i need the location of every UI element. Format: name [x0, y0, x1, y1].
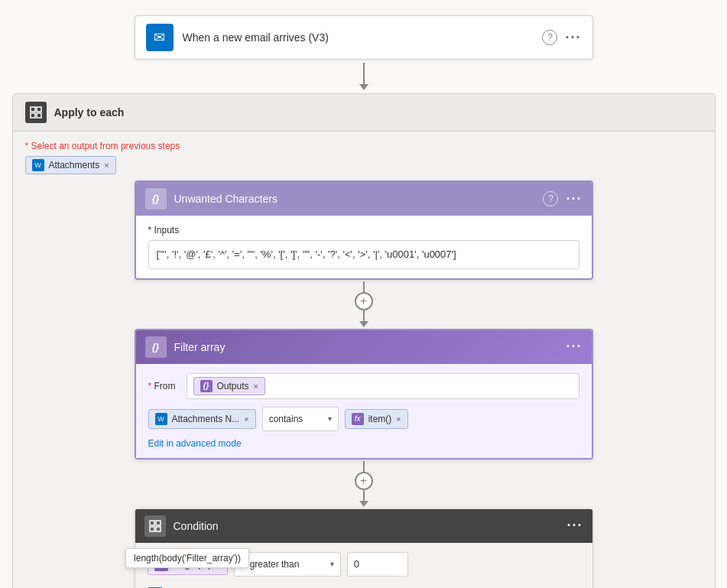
- canvas: ✉ When a new email arrives (V3) ? ··· Ap…: [0, 0, 727, 588]
- filter-array-header: {} Filter array ···: [136, 330, 592, 364]
- condition-row-items: fx length(...) × length(body('Filter_arr…: [148, 552, 580, 577]
- unwanted-characters-help[interactable]: ?: [543, 191, 558, 206]
- condition-more[interactable]: ···: [566, 518, 583, 534]
- svg-rect-4: [150, 521, 154, 525]
- condition-title: Condition: [174, 520, 560, 532]
- trigger-title: When a new email arrives (V3): [183, 31, 543, 44]
- operator-label: is greater than: [241, 559, 300, 570]
- apply-each-container: Apply to each * Select an output from pr…: [12, 93, 716, 588]
- apply-each-title: Apply to each: [54, 106, 125, 119]
- plus-connector-line-bottom: [363, 310, 365, 321]
- item-chip-icon: fx: [352, 413, 364, 425]
- inputs-value[interactable]: ['"', '!', '@', '£', '^', '=', '"', '%',…: [148, 240, 579, 269]
- filter-array-body: * From {} Outputs × W: [136, 364, 592, 458]
- connector-1: [359, 63, 368, 90]
- trigger-help-icon[interactable]: ?: [542, 30, 557, 45]
- attachments-n-chip[interactable]: W Attachments N... ×: [148, 409, 256, 429]
- unwanted-characters-card: {} Unwanted Characters ? ··· * Inputs ['…: [135, 180, 593, 280]
- contains-dropdown[interactable]: contains ▾: [262, 407, 339, 431]
- condition-header-icon: [144, 515, 166, 537]
- filter-array-card: {} Filter array ··· * From {} Outputs: [135, 329, 593, 460]
- operator-chevron: ▾: [330, 560, 334, 568]
- plus-connector-2[interactable]: +: [355, 461, 373, 507]
- attachments-n-close[interactable]: ×: [244, 414, 248, 424]
- from-input[interactable]: {} Outputs ×: [187, 373, 579, 399]
- item-chip-close[interactable]: ×: [396, 414, 401, 424]
- advanced-mode-link[interactable]: Edit in advanced mode: [148, 438, 242, 449]
- attachments-n-label: Attachments N...: [172, 414, 240, 424]
- outputs-chip-label: Outputs: [217, 381, 249, 391]
- item-chip-label: item(): [368, 414, 392, 424]
- inputs-label: * Inputs: [148, 225, 579, 236]
- filter-array-more[interactable]: ···: [566, 339, 582, 355]
- apply-each-icon: [25, 102, 47, 123]
- from-row: * From {} Outputs ×: [148, 373, 579, 399]
- unwanted-characters-icon: {}: [145, 188, 167, 210]
- plus-connector-2-line-top: [363, 461, 365, 472]
- condition-card: Condition ··· fx length(...) × length(bo…: [135, 508, 593, 589]
- svg-rect-0: [31, 107, 35, 112]
- plus-connector-2-circle[interactable]: +: [355, 472, 373, 490]
- value-input[interactable]: 0: [347, 552, 408, 577]
- unwanted-characters-body: * Inputs ['"', '!', '@', '£', '^', '=', …: [136, 216, 592, 278]
- svg-rect-2: [31, 113, 35, 118]
- item-chip[interactable]: fx item() ×: [345, 409, 408, 429]
- svg-rect-7: [156, 527, 161, 531]
- length-chip[interactable]: fx length(...) × length(body('Filter_arr…: [148, 554, 228, 575]
- condition-row: W Attachments N... × contains ▾ fx item(…: [148, 407, 579, 431]
- outputs-chip-close[interactable]: ×: [254, 382, 258, 391]
- unwanted-characters-more[interactable]: ···: [566, 191, 582, 207]
- plus-connector-line-top: [363, 281, 365, 292]
- attachments-chip-icon: W: [32, 159, 44, 171]
- condition-header: Condition ···: [135, 509, 592, 543]
- apply-each-header: Apply to each: [13, 94, 715, 132]
- trigger-actions: ? ···: [542, 30, 581, 46]
- condition-body: fx length(...) × length(body('Filter_arr…: [135, 543, 592, 589]
- plus-connector-1[interactable]: +: [355, 281, 373, 327]
- unwanted-characters-title: Unwanted Characters: [174, 193, 536, 205]
- attachments-n-icon: W: [155, 413, 167, 425]
- svg-rect-5: [156, 521, 161, 525]
- select-output-label: * Select an output from previous steps: [25, 141, 703, 151]
- from-label: * From: [148, 381, 187, 391]
- filter-array-icon: {}: [145, 336, 167, 358]
- outputs-chip-icon: {}: [200, 380, 213, 392]
- filter-array-title: Filter array: [174, 341, 559, 353]
- attachments-chip-label: Attachments: [49, 160, 100, 171]
- connector-arrow: [359, 84, 368, 90]
- svg-rect-1: [37, 107, 41, 112]
- plus-connector-arrow: [359, 321, 368, 327]
- outputs-chip[interactable]: {} Outputs ×: [193, 377, 265, 395]
- unwanted-characters-header: {} Unwanted Characters ? ···: [136, 182, 592, 216]
- plus-connector-circle[interactable]: +: [355, 292, 373, 310]
- plus-connector-2-line-bottom: [363, 490, 365, 501]
- plus-connector-2-arrow: [359, 501, 368, 507]
- trigger-icon: ✉: [146, 24, 174, 51]
- connector-line: [363, 63, 365, 84]
- operator-dropdown[interactable]: is greater than ▾: [234, 552, 341, 577]
- attachments-chip-close[interactable]: ×: [104, 161, 109, 170]
- length-tooltip: length(body('Filter_array')): [125, 548, 249, 568]
- attachments-chip[interactable]: W Attachments ×: [25, 156, 116, 174]
- trigger-more-button[interactable]: ···: [565, 30, 581, 46]
- svg-rect-3: [37, 113, 41, 118]
- svg-rect-6: [150, 527, 154, 531]
- add-row[interactable]: + Add: [148, 584, 580, 589]
- trigger-card: ✉ When a new email arrives (V3) ? ···: [135, 15, 593, 60]
- apply-each-body: * Select an output from previous steps W…: [13, 132, 715, 588]
- inner-cards-area: {} Unwanted Characters ? ··· * Inputs ['…: [25, 174, 703, 588]
- contains-chevron: ▾: [328, 414, 332, 423]
